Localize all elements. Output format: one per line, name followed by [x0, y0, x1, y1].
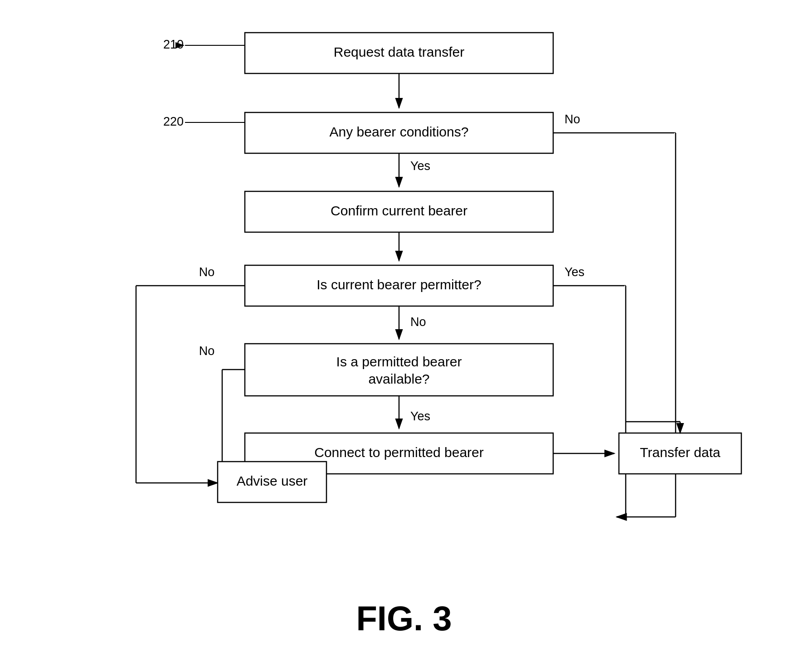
fig-label: FIG. 3: [356, 599, 452, 638]
label-no-below-box4: No: [410, 315, 426, 329]
label-any-bearer-conditions: Any bearer conditions?: [330, 124, 469, 139]
label-transfer-data: Transfer data: [640, 445, 720, 460]
label-advise-user: Advise user: [237, 473, 308, 488]
label-yes-current-bearer: Yes: [565, 265, 584, 279]
main-diagram: Request data transfer 210 Any bearer con…: [0, 0, 808, 672]
ref-210: 210: [163, 38, 184, 51]
label-confirm-current-bearer: Confirm current bearer: [331, 203, 467, 218]
label-is-permitted-bearer-available-1: Is a permitted bearer: [336, 354, 462, 369]
flowchart-svg: Request data transfer 210 Any bearer con…: [0, 0, 808, 672]
label-is-current-bearer-permitter: Is current bearer permitter?: [316, 277, 481, 292]
ref-220: 220: [163, 115, 184, 128]
label-connect-to-permitted-bearer: Connect to permitted bearer: [314, 445, 484, 460]
label-yes-permitted-bearer: Yes: [410, 409, 430, 423]
label-no-permitted-bearer: No: [199, 344, 215, 358]
label-yes-bearer-conditions: Yes: [410, 159, 430, 173]
label-no-current-bearer: No: [199, 265, 215, 279]
label-no-bearer-conditions: No: [565, 112, 580, 126]
box-is-permitted-bearer-available: [245, 344, 553, 396]
label-request-data-transfer: Request data transfer: [334, 44, 465, 59]
label-is-permitted-bearer-available-2: available?: [368, 371, 429, 386]
